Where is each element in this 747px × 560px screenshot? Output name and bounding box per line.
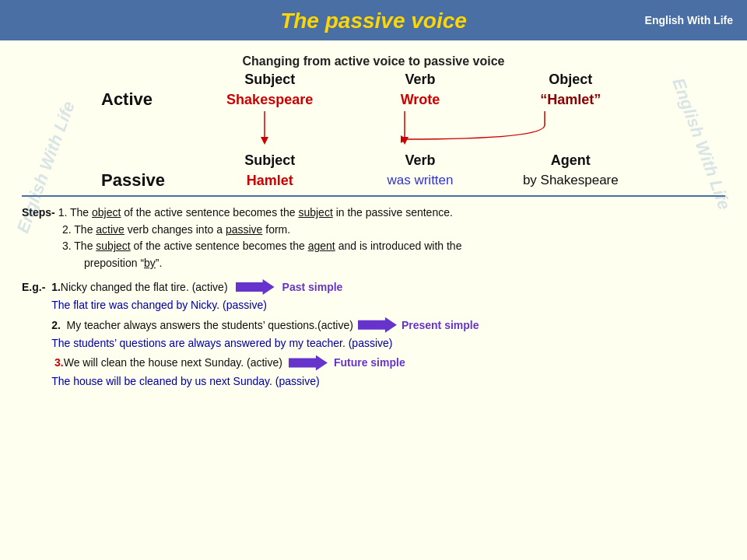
eg-row-1: E.g.- 1. Nicky changed the flat tire. (a… [22,278,725,390]
eg-3-arrow [289,355,328,371]
brand-label: English With Life [645,14,733,26]
eg-1-passive-text: The flat tire was changed by Nicky. (pas… [51,299,267,311]
eg-2-passive-text: The students’ questions are always answe… [51,337,392,349]
step-2: 2. The active verb changes into a passiv… [62,222,290,239]
eg-1-tense: Past simple [282,278,343,296]
active-subject: Shakespeare [200,92,340,108]
eg-3-passive-text: The house will be cleaned by us next Sun… [51,375,320,387]
eg-1-num: 1. [51,278,61,296]
col-header-verb: Verb [350,72,490,88]
active-object: “Hamlet” [500,92,640,108]
active-values: Shakespeare Wrote “Hamlet” [195,92,646,108]
divider [22,195,725,197]
active-row: Active Shakespeare Wrote “Hamlet” [101,89,646,110]
passive-col-subject: Subject [200,152,340,169]
eg-3-num: 3. [51,354,64,371]
changing-title: Changing from active voice to passive vo… [22,54,725,68]
eg-1-arrow [236,279,275,295]
eg-3-active-text: We will clean the house next Sunday. (ac… [64,354,282,371]
eg-3-passive: The house will be cleaned by us next Sun… [51,373,479,390]
svg-marker-1 [261,137,268,145]
page-title: The passive voice [280,9,467,33]
passive-values: Hamlet was written by Shakespeare [195,173,646,189]
passive-row: Passive Hamlet was written by Shakespear… [101,170,646,191]
eg-3-tense: Future simple [334,354,405,371]
passive-col-headers: Subject Verb Agent [101,152,646,169]
passive-col-verb: Verb [350,152,490,169]
eg-section: E.g.- 1. Nicky changed the flat tire. (a… [22,278,725,390]
active-verb: Wrote [350,92,490,108]
step-3: 3. The subject of the active sentence be… [62,238,461,255]
eg-2-active-text: My teacher always answers the students’ … [67,317,353,334]
col-headers: Subject Verb Object [195,72,646,88]
eg-2-passive: The students’ questions are always answe… [51,334,479,352]
arrows-svg [101,110,646,152]
eg-2-num: 2. [51,317,66,334]
step-1: 1. The object of the active sentence bec… [58,206,453,219]
passive-agent-val: by Shakespeare [500,173,640,188]
eg-examples: 1. Nicky changed the flat tire. (active)… [51,278,479,390]
steps-section: Steps- 1. The object of the active sente… [22,205,725,272]
eg-2-tense: Present simple [402,317,479,334]
passive-col-agent: Agent [500,152,640,169]
eg-label: E.g.- [22,278,51,296]
arrows-area [101,110,646,152]
passive-col-labels: Subject Verb Agent [195,152,646,169]
eg-1-active: 1. Nicky changed the flat tire. (active)… [51,278,479,296]
eg-2-active: 2. My teacher always answers the student… [51,317,479,334]
eg-1-passive: The flat tire was changed by Nicky. (pas… [51,296,479,313]
watermark-right: English With Life [668,75,734,212]
steps-label: Steps- [22,206,55,219]
table-section: Subject Verb Object Active Shakespeare W… [101,72,646,191]
eg-1-active-text: Nicky changed the flat tire. (active) [61,278,228,296]
passive-label: Passive [101,170,195,191]
col-header-object: Object [500,72,640,88]
active-label: Active [101,89,195,110]
passive-verb-val: was written [350,173,490,188]
eg-2-arrow [358,317,397,333]
header: The passive voice English With Life [0,0,747,40]
col-headers-row: Subject Verb Object [101,72,646,88]
col-header-subject: Subject [200,72,340,88]
passive-subject-val: Hamlet [200,173,340,189]
main-content: English With Life English With Life Chan… [0,40,747,560]
step-3-cont: preposition “by”. [84,255,162,272]
eg-3-active: 3. We will clean the house next Sunday. … [51,354,479,371]
